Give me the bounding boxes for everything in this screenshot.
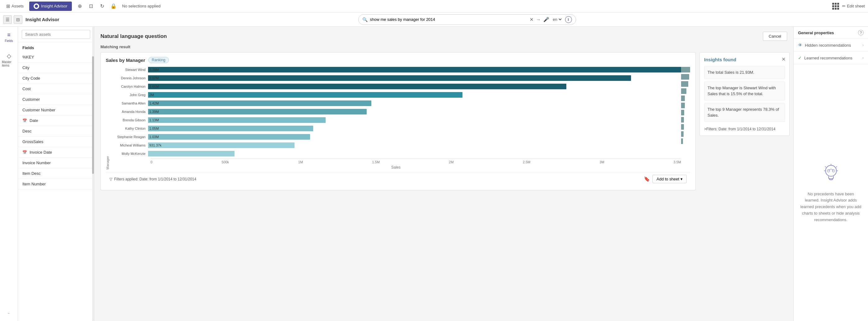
- mini-bar: [681, 131, 684, 137]
- insight-card: The top 9 Manager represents 78.3% of Sa…: [704, 103, 785, 122]
- lock-icon-btn[interactable]: 🔒: [109, 2, 118, 10]
- bar-row: Stephanie Reagan 1.03M: [111, 133, 681, 140]
- grid-view-icon[interactable]: [832, 3, 839, 10]
- sidebar-item-fields[interactable]: ≡ Fields: [3, 30, 15, 44]
- insights-panel: Insights found ✕ The total Sales is 21.9…: [700, 52, 789, 136]
- hidden-recommendations-item[interactable]: 👁 Hidden recommendations ›: [794, 39, 868, 52]
- bar-chart: Stewart Wind 3.39M Dennis Johnson 3.07M …: [111, 66, 681, 157]
- search-icon-btn[interactable]: ⊕: [75, 2, 84, 10]
- bar-wrap: 3.07M: [148, 75, 681, 81]
- expand-icon-btn[interactable]: ⊡: [87, 2, 95, 10]
- insight-advisor-tab[interactable]: Insight Advisor: [29, 2, 72, 11]
- collapse-sidebar-btn[interactable]: ←: [6, 310, 12, 317]
- bar-label: Samantha Allen: [111, 101, 148, 105]
- bar: 1.39M: [148, 109, 367, 115]
- bar-value: 1.13M: [149, 118, 159, 122]
- assets-tab[interactable]: ⊞ Assets: [3, 3, 27, 9]
- lightbulb-icon: [818, 162, 843, 187]
- bar: 1.13M: [148, 117, 326, 123]
- no-selections-text: No selections applied: [122, 4, 161, 8]
- bar-label: Stephanie Reagan: [111, 135, 148, 139]
- fields-panel-title: Fields: [18, 42, 94, 52]
- bar-label: Dennis Johnson: [111, 76, 148, 80]
- language-select[interactable]: en: [552, 17, 563, 22]
- panel-icon-2[interactable]: ⊟: [14, 15, 22, 24]
- bar-label: Brenda Gibson: [111, 118, 148, 122]
- insight-dot: [34, 3, 39, 9]
- master-icon: ◇: [7, 53, 11, 59]
- chart-insights-wrap: Sales by Manager Ranking Manager Stewart…: [94, 52, 793, 318]
- bar-wrap: [148, 151, 681, 156]
- bar-value: 2M: [149, 93, 154, 97]
- field-item[interactable]: Desc: [18, 126, 94, 136]
- search-input[interactable]: [370, 17, 527, 22]
- mini-bars: [681, 66, 690, 169]
- learned-rec-label: Learned recommendations: [804, 56, 852, 60]
- chart-bars-area: Stewart Wind 3.39M Dennis Johnson 3.07M …: [111, 66, 681, 169]
- chart-body: Manager Stewart Wind 3.39M Dennis Johnso…: [106, 66, 690, 169]
- x-label: 2M: [449, 160, 454, 164]
- bar-wrap: 3.39M: [148, 67, 681, 72]
- field-item[interactable]: GrossSales: [18, 136, 94, 147]
- bar-label: Micheal Williams: [111, 143, 148, 147]
- bar: 2M: [148, 92, 462, 98]
- sidebar-bottom: ←: [6, 310, 12, 321]
- close-insights-btn[interactable]: ✕: [781, 56, 785, 62]
- bar-value: 1.05M: [149, 127, 159, 130]
- bar-wrap: 1.42M: [148, 100, 681, 106]
- panel-icon-1[interactable]: ☰: [3, 15, 12, 24]
- field-item[interactable]: 📅Invoice Date: [18, 147, 94, 158]
- add-to-sheet-btn[interactable]: Add to sheet ▾: [652, 175, 687, 183]
- bar-wrap: 2M: [148, 92, 681, 98]
- bar: 3.07M: [148, 75, 631, 81]
- insight-cards: The total Sales is 21.93M.The top Manage…: [704, 66, 785, 122]
- content-header: Natural language question Cancel: [94, 27, 793, 43]
- bar-row: Dennis Johnson 3.07M: [111, 75, 681, 82]
- bar-row: Molly McKenzie: [111, 150, 681, 157]
- edit-sheet-btn[interactable]: ✏ Edit sheet: [842, 4, 865, 8]
- submit-search-btn[interactable]: →: [536, 17, 541, 22]
- sidebar-item-master[interactable]: ◇ Master items: [0, 51, 18, 69]
- bar-value: 931.37k: [149, 143, 161, 147]
- filter-text: ▽ Filters applied: Date: from 1/1/2014 t…: [110, 177, 196, 181]
- bar: [148, 151, 235, 156]
- bar-label: John Greg: [111, 93, 148, 97]
- field-item[interactable]: Item Number: [18, 179, 94, 189]
- bar-row: Stewart Wind 3.39M: [111, 66, 681, 73]
- fields-icon: ≡: [7, 32, 10, 38]
- clear-search-btn[interactable]: ✕: [530, 17, 534, 22]
- content-title: Natural language question: [100, 33, 167, 39]
- rotate-icon-btn[interactable]: ↻: [98, 2, 107, 10]
- fields-scrollbar[interactable]: [92, 27, 94, 321]
- field-item[interactable]: Cost: [18, 84, 94, 94]
- mic-btn[interactable]: 🎤: [543, 17, 549, 22]
- field-name: Cost: [22, 87, 31, 91]
- field-item[interactable]: %KEY: [18, 52, 94, 63]
- search-magnifier-icon: 🔍: [362, 17, 368, 22]
- add-sheet-chevron: ▾: [680, 177, 683, 181]
- top-bar: ⊞ Assets Insight Advisor ⊕ ⊡ ↻ 🔒 No sele…: [0, 0, 868, 12]
- fields-search-input[interactable]: [22, 30, 90, 39]
- info-btn[interactable]: i: [565, 16, 572, 23]
- field-item[interactable]: City Code: [18, 73, 94, 84]
- bar-row: Brenda Gibson 1.13M: [111, 117, 681, 124]
- field-item[interactable]: Customer: [18, 94, 94, 105]
- field-item[interactable]: Customer Number: [18, 105, 94, 116]
- field-item[interactable]: Invoice Number: [18, 158, 94, 168]
- bookmark-btn[interactable]: 🔖: [644, 176, 650, 182]
- bar-value: 2.66M: [149, 85, 159, 88]
- field-item[interactable]: City: [18, 63, 94, 73]
- field-item[interactable]: Item Desc: [18, 168, 94, 179]
- bar-row: Micheal Williams 931.37k: [111, 142, 681, 149]
- field-name: Invoice Date: [30, 150, 52, 155]
- hidden-rec-left: 👁 Hidden recommendations: [798, 43, 851, 47]
- help-btn[interactable]: ?: [858, 30, 864, 35]
- cancel-button[interactable]: Cancel: [763, 32, 787, 41]
- fields-list: %KEYCityCity CodeCostCustomerCustomer Nu…: [18, 52, 94, 321]
- field-item[interactable]: 📅Date: [18, 116, 94, 126]
- mini-bar: [681, 74, 689, 79]
- learned-recommendations-item[interactable]: ✓ Learned recommendations ›: [794, 52, 868, 64]
- chart-title: Sales by Manager: [106, 58, 145, 63]
- calendar-icon: 📅: [22, 150, 27, 155]
- right-panel-header: General properties ?: [794, 27, 868, 39]
